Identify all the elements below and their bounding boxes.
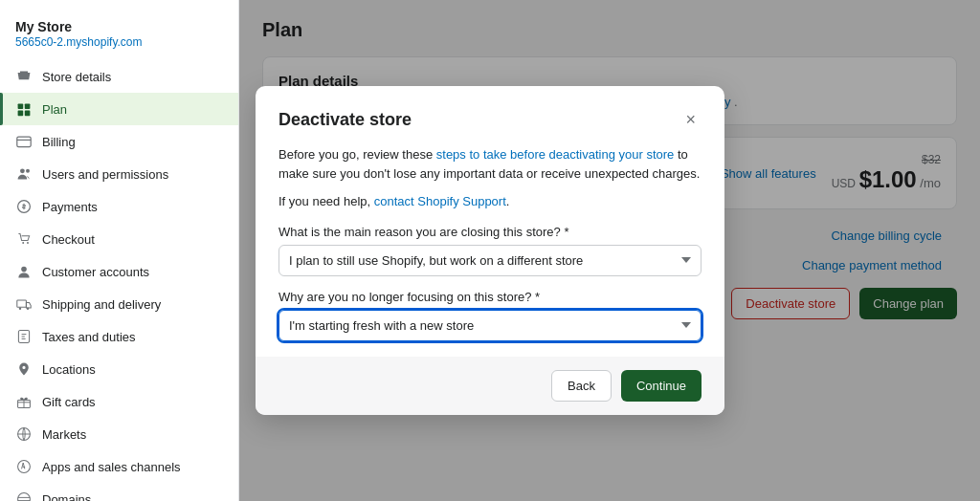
svg-rect-3 (25, 111, 31, 117)
shipping-icon (15, 295, 33, 313)
sidebar-label-payments: Payments (42, 200, 98, 214)
svg-point-6 (26, 169, 30, 173)
modal-overlay: Deactivate store × Before you go, review… (239, 0, 980, 501)
modal-footer: Back Continue (256, 357, 724, 415)
sidebar-label-gift-cards: Gift cards (42, 395, 96, 409)
plan-icon (15, 100, 33, 118)
sidebar-label-store-details: Store details (42, 70, 111, 84)
payments-icon (15, 198, 33, 215)
sidebar-item-checkout[interactable]: Checkout (0, 223, 238, 255)
checkout-icon (15, 230, 33, 248)
sidebar-label-apps: Apps and sales channels (42, 460, 181, 474)
customer-icon (15, 263, 33, 280)
sidebar-label-customer-accounts: Customer accounts (42, 265, 149, 279)
modal-header: Deactivate store × (278, 109, 702, 130)
svg-rect-11 (17, 300, 27, 307)
support-link[interactable]: contact Shopify Support (374, 194, 506, 208)
modal-close-button[interactable]: × (679, 109, 702, 130)
svg-point-8 (22, 242, 24, 244)
modal-body: Before you go, review these steps to tak… (278, 145, 702, 211)
sidebar-label-shipping: Shipping and delivery (42, 297, 161, 312)
sidebar-item-taxes[interactable]: Taxes and duties (0, 320, 238, 353)
store-icon (15, 68, 33, 85)
gift-icon (15, 393, 33, 410)
reason-group: What is the main reason you are closing … (278, 225, 702, 276)
users-icon (15, 165, 33, 183)
billing-icon (15, 133, 33, 150)
sidebar-item-users[interactable]: Users and permissions (0, 158, 238, 190)
sidebar-item-locations[interactable]: Locations (0, 353, 238, 385)
sidebar-item-shipping[interactable]: Shipping and delivery (0, 288, 238, 320)
taxes-icon (15, 328, 33, 345)
sidebar-label-users: Users and permissions (42, 167, 168, 182)
svg-point-5 (20, 168, 25, 173)
sidebar-label-markets: Markets (42, 427, 86, 442)
focus-select[interactable]: I'm starting fresh with a new storeI'm m… (278, 310, 702, 341)
svg-point-9 (27, 242, 29, 244)
sidebar-item-plan[interactable]: Plan (0, 93, 238, 125)
svg-point-10 (21, 267, 27, 272)
sidebar-item-gift-cards[interactable]: Gift cards (0, 385, 238, 418)
reason-label: What is the main reason you are closing … (278, 225, 702, 239)
focus-group: Why are you no longer focusing on this s… (278, 290, 702, 341)
svg-rect-2 (18, 111, 24, 117)
svg-rect-4 (17, 137, 31, 146)
apps-icon (15, 458, 33, 475)
modal-title: Deactivate store (278, 110, 412, 130)
sidebar-label-billing: Billing (42, 135, 76, 149)
modal-body-para2: If you need help, contact Shopify Suppor… (278, 192, 702, 211)
continue-button[interactable]: Continue (621, 370, 702, 402)
sidebar-label-domains: Domains (42, 492, 91, 502)
sidebar: My Store 5665c0-2.myshopify.com Store de… (0, 0, 239, 501)
svg-point-18 (18, 493, 31, 501)
store-header: My Store 5665c0-2.myshopify.com (0, 11, 238, 60)
modal-body-para1: Before you go, review these steps to tak… (278, 145, 702, 183)
back-button[interactable]: Back (551, 370, 612, 402)
sidebar-label-plan: Plan (42, 102, 67, 117)
svg-rect-1 (25, 103, 31, 109)
sidebar-item-markets[interactable]: Markets (0, 418, 238, 450)
domains-icon (15, 490, 33, 501)
main-content: Plan Plan details Manage or change your … (239, 0, 980, 501)
sidebar-item-store-details[interactable]: Store details (0, 60, 238, 93)
sidebar-item-payments[interactable]: Payments (0, 190, 238, 223)
sidebar-label-locations: Locations (42, 362, 96, 377)
sidebar-label-checkout: Checkout (42, 232, 95, 247)
reason-select[interactable]: I plan to still use Shopify, but work on… (278, 245, 702, 276)
markets-icon (15, 425, 33, 443)
sidebar-item-billing[interactable]: Billing (0, 125, 238, 158)
store-url[interactable]: 5665c0-2.myshopify.com (15, 35, 143, 49)
sidebar-item-customer-accounts[interactable]: Customer accounts (0, 255, 238, 288)
store-name: My Store (15, 19, 223, 34)
svg-point-13 (27, 308, 29, 310)
steps-link[interactable]: steps to take before deactivating your s… (436, 147, 675, 162)
sidebar-item-apps[interactable]: Apps and sales channels (0, 450, 238, 483)
sidebar-label-taxes: Taxes and duties (42, 330, 136, 344)
focus-label: Why are you no longer focusing on this s… (278, 290, 702, 304)
svg-point-12 (19, 308, 21, 310)
sidebar-item-domains[interactable]: Domains (0, 483, 238, 501)
deactivate-modal: Deactivate store × Before you go, review… (256, 86, 724, 415)
locations-icon (15, 360, 33, 378)
svg-rect-0 (18, 103, 24, 109)
